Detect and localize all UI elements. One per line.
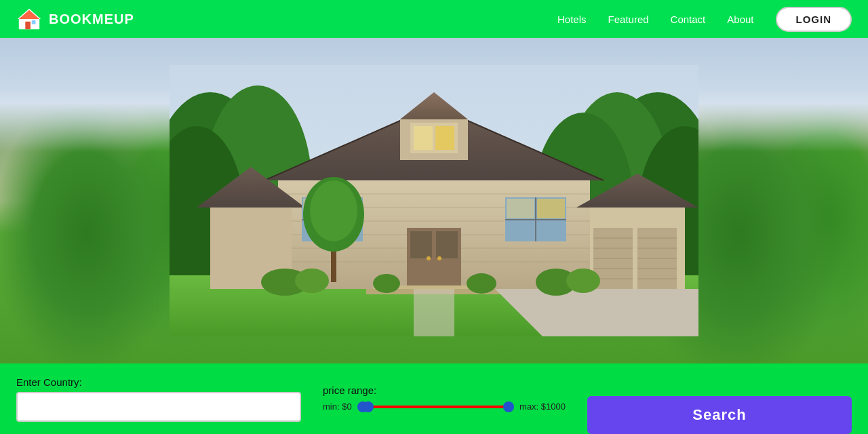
svg-rect-28	[435, 126, 454, 150]
search-button[interactable]: Search	[587, 396, 852, 434]
login-button[interactable]: LOGIN	[776, 7, 852, 32]
nav-link-about[interactable]: About	[727, 14, 753, 25]
svg-rect-27	[414, 126, 433, 150]
price-section: price range: min: $0 max: $1000	[323, 384, 566, 414]
country-label: Enter Country:	[16, 376, 301, 388]
svg-rect-58	[537, 199, 565, 218]
logo-icon	[16, 6, 42, 32]
svg-rect-62	[414, 289, 454, 336]
range-input-min[interactable]	[363, 406, 509, 408]
svg-point-64	[295, 269, 329, 293]
hero-image	[0, 38, 868, 363]
logo-text: BOOKMEUP	[49, 12, 134, 27]
nav-link-featured[interactable]: Featured	[608, 14, 649, 25]
price-min-label: min: $0	[323, 401, 352, 412]
range-container	[363, 400, 509, 414]
svg-point-49	[437, 256, 441, 260]
nav-links: Hotels Featured Contact About LOGIN	[557, 7, 852, 32]
svg-point-48	[427, 256, 431, 260]
svg-point-66	[566, 269, 600, 293]
svg-rect-57	[507, 199, 534, 218]
svg-rect-46	[410, 231, 432, 258]
price-range-label: price range:	[323, 384, 566, 396]
nav-link-hotels[interactable]: Hotels	[557, 14, 587, 25]
svg-point-71	[310, 180, 357, 241]
logo-area[interactable]: BOOKMEUP	[16, 6, 134, 32]
svg-marker-3	[19, 10, 39, 19]
price-max-label: max: $1000	[519, 401, 566, 412]
country-section: Enter Country:	[16, 376, 301, 422]
svg-rect-4	[32, 20, 36, 24]
country-input[interactable]	[16, 392, 301, 422]
search-bar: Enter Country: price range: min: $0 max:…	[0, 363, 868, 434]
svg-rect-2	[25, 22, 31, 29]
svg-point-67	[373, 274, 400, 293]
svg-point-68	[467, 273, 496, 294]
navbar: BOOKMEUP Hotels Featured Contact About L…	[0, 0, 868, 38]
nav-link-contact[interactable]: Contact	[671, 14, 706, 25]
svg-rect-47	[436, 231, 458, 258]
house-illustration	[170, 65, 698, 336]
price-range-row: min: $0 max: $1000	[323, 400, 566, 414]
